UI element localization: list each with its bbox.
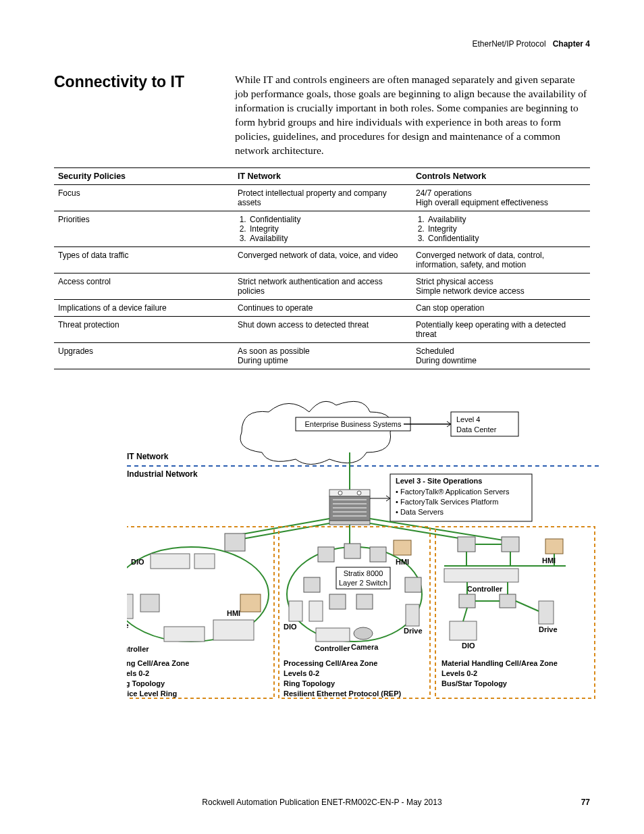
- table-body: FocusProtect intellectual property and c…: [54, 185, 590, 369]
- list-item: Availability: [427, 215, 586, 224]
- zone2-line: Ring Topology: [284, 679, 336, 687]
- label-dio: DIO: [284, 623, 297, 631]
- zone2-line: Levels 0-2: [284, 669, 319, 677]
- it-network-cell: ConfidentialityIntegrityAvailability: [234, 211, 412, 247]
- hmi-icon: [394, 540, 411, 555]
- switch-icon: [318, 547, 334, 562]
- hmi-icon: [545, 539, 563, 554]
- table-row: Access controlStrict network authenticat…: [54, 273, 590, 300]
- it-network-label: IT Network: [127, 452, 169, 461]
- switch-icon: [344, 544, 360, 558]
- level4-box: Level 4 Data Center: [404, 412, 518, 436]
- link: [235, 523, 329, 540]
- controller-icon: [444, 569, 518, 582]
- level4-line2: Data Center: [456, 425, 497, 434]
- switch-icon: [459, 594, 475, 608]
- zone1-title: Filling Cell/Area Zone: [127, 659, 189, 667]
- zone3-title: Material Handling Cell/Area Zone: [441, 659, 558, 667]
- list-item: Confidentiality: [248, 215, 408, 224]
- svg-rect-3: [329, 490, 370, 496]
- col-header: IT Network: [234, 168, 412, 185]
- switch-icon: [458, 537, 475, 552]
- table-row: Types of data trafficConverged network o…: [54, 247, 590, 273]
- zone1-line: Levels 0-2: [127, 669, 149, 677]
- intro-paragraph: While IT and controls engineers are ofte…: [235, 73, 589, 158]
- row-label: Threat protection: [54, 317, 234, 343]
- switch-label: Layer 2 Switch: [339, 579, 387, 587]
- table-row: Threat protectionShut down access to det…: [54, 317, 590, 343]
- level3-box: Level 3 - Site Operations • FactoryTalk®…: [370, 474, 532, 521]
- header-chapter: Chapter 4: [553, 39, 590, 49]
- row-label: Priorities: [54, 211, 234, 247]
- running-header: EtherNet/IP Protocol Chapter 4: [472, 39, 590, 49]
- switch-icon: [356, 594, 373, 609]
- controls-network-cell: 24/7 operationsHigh overall equipment ef…: [412, 185, 590, 211]
- it-network-cell: Converged network of data, voice, and vi…: [234, 247, 412, 273]
- switch-icon: [405, 577, 421, 592]
- list-item: Integrity: [248, 224, 408, 234]
- controller-icon: [316, 628, 350, 642]
- zone1-line: Device Level Ring: [127, 689, 177, 698]
- dio-icon: [450, 621, 477, 640]
- label-dio: DIO: [131, 558, 144, 566]
- controls-network-cell: Can stop operation: [412, 300, 590, 317]
- level3-title: Level 3 - Site Operations: [396, 477, 482, 485]
- device-icon: [309, 601, 323, 621]
- level4-line1: Level 4: [456, 415, 480, 423]
- controls-network-cell: Potentially keep operating with a detect…: [412, 317, 590, 343]
- table-row: Implications of a device failureContinue…: [54, 300, 590, 317]
- device-rack-icon: [213, 620, 254, 640]
- label-controller: Controller: [315, 644, 350, 652]
- label-drive: Drive: [404, 627, 423, 635]
- label-controller: Controller: [467, 585, 503, 593]
- label-drive: Drive: [539, 625, 558, 633]
- it-network-cell: Shut down access to detected threat: [234, 317, 412, 343]
- zone3-line: Levels 0-2: [441, 669, 477, 677]
- level3-item: • FactoryTalk Services Platform: [396, 498, 498, 506]
- it-network-cell: Protect intellectual property and compan…: [234, 185, 412, 211]
- header-section: EtherNet/IP Protocol: [472, 39, 545, 49]
- level3-item: • Data Servers: [396, 508, 444, 516]
- svg-point-6: [338, 491, 342, 495]
- row-label: Implications of a device failure: [54, 300, 234, 317]
- switch-icon: [502, 537, 519, 552]
- switch-icon: [500, 594, 516, 608]
- list-item: Confidentiality: [427, 234, 586, 243]
- link: [370, 523, 471, 540]
- svg-line-24: [463, 608, 467, 621]
- label-dio: DIO: [462, 642, 475, 650]
- table-row: FocusProtect intellectual property and c…: [54, 185, 590, 211]
- table-header-row: Security Policies IT Network Controls Ne…: [54, 168, 590, 185]
- row-label: Access control: [54, 273, 234, 300]
- dio-module-icon: [151, 554, 190, 569]
- zone2-line: Resilient Ethernet Protocol (REP): [284, 689, 402, 698]
- list-item: Integrity: [427, 224, 586, 234]
- drive-icon: [406, 604, 419, 626]
- col-header: Controls Network: [412, 168, 590, 185]
- cloud-label: Enterprise Business Systems: [304, 420, 402, 428]
- it-network-cell: As soon as possibleDuring uptime: [234, 343, 412, 369]
- label-hmi: HMI: [542, 556, 556, 565]
- controls-network-cell: Strict physical accessSimple network dev…: [412, 273, 590, 300]
- svg-rect-5: [329, 521, 370, 525]
- security-policies-table: Security Policies IT Network Controls Ne…: [54, 167, 590, 369]
- switch-icon: [329, 594, 346, 609]
- label-hmi: HMI: [396, 558, 409, 566]
- publication-id: Rockwell Automation Publication ENET-RM0…: [54, 798, 590, 807]
- controls-network-cell: ScheduledDuring downtime: [412, 343, 590, 369]
- device-icon: [194, 554, 215, 569]
- page-number: 77: [581, 798, 590, 807]
- network-diagram: Enterprise Business Systems Level 4 Data…: [127, 392, 599, 702]
- cloud-enterprise-systems: Enterprise Business Systems: [240, 401, 410, 464]
- link: [370, 519, 512, 542]
- svg-line-25: [516, 601, 539, 611]
- it-network-cell: Strict network authentication and access…: [234, 273, 412, 300]
- page: EtherNet/IP Protocol Chapter 4 Connectiv…: [0, 0, 644, 834]
- row-label: Focus: [54, 185, 234, 211]
- zone2-title: Processing Cell/Area Zone: [284, 659, 377, 667]
- section-title: Connectivity to IT: [54, 73, 184, 91]
- drive-icon: [539, 601, 554, 624]
- col-header: Security Policies: [54, 168, 234, 185]
- switch-icon: [370, 547, 386, 562]
- row-label: Types of data traffic: [54, 247, 234, 273]
